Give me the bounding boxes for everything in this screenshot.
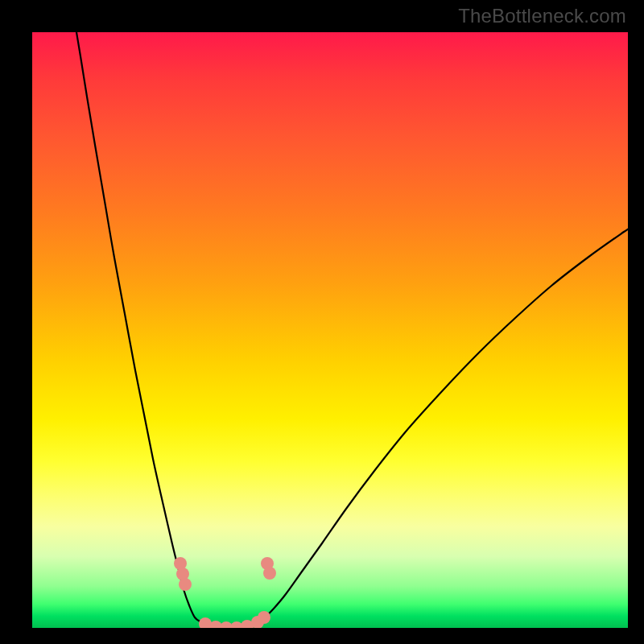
plot-area (32, 32, 628, 628)
data-marker (179, 578, 192, 591)
marker-group (174, 557, 276, 628)
bottleneck-curve-layer (32, 32, 628, 628)
bottleneck-curve (76, 32, 628, 628)
watermark-text: TheBottleneck.com (458, 5, 626, 27)
page-root: TheBottleneck.com (0, 0, 644, 644)
data-marker (263, 567, 276, 580)
data-marker (258, 611, 270, 624)
